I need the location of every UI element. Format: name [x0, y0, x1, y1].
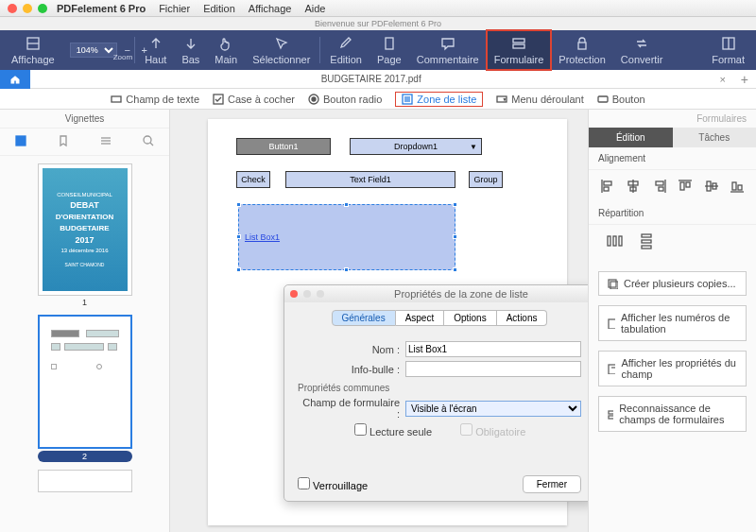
bookmarks-tab-icon[interactable] — [57, 134, 70, 149]
toolbar-commentaire[interactable]: Commentaire — [409, 30, 487, 70]
svg-rect-5 — [578, 43, 586, 49]
svg-rect-41 — [732, 182, 736, 190]
home-tab[interactable] — [0, 70, 30, 89]
svg-rect-49 — [609, 280, 616, 287]
svg-rect-35 — [680, 182, 684, 190]
thumbnail-2[interactable]: 2 — [38, 315, 132, 462]
document-canvas[interactable]: Button1 Dropdown1 Check Text Field1 Grou… — [170, 110, 588, 532]
readonly-checkbox[interactable] — [354, 423, 367, 436]
pdf-page: Button1 Dropdown1 Check Text Field1 Grou… — [208, 119, 567, 525]
tooltip-label: Info-bulle : — [298, 364, 400, 375]
toolbar-haut[interactable]: Haut — [137, 30, 174, 70]
dialog-tab-generales[interactable]: Générales — [332, 310, 396, 326]
align-right-icon[interactable] — [651, 178, 668, 195]
dialog-tab-aspect[interactable]: Aspect — [396, 310, 445, 326]
form-tool-textfield[interactable]: Champ de texte — [111, 94, 199, 105]
menu-edition[interactable]: Edition — [203, 3, 235, 14]
menu-fichier[interactable]: Fichier — [159, 3, 190, 14]
align-center-v-icon[interactable] — [703, 178, 720, 195]
show-field-props-button[interactable]: Afficher les propriétés du champ — [598, 351, 747, 386]
name-input[interactable] — [405, 341, 581, 357]
toolbar-selectionner[interactable]: Sélectionner — [245, 30, 318, 70]
left-panel-tabs — [0, 129, 169, 156]
form-tool-button[interactable]: Bouton — [597, 94, 645, 105]
close-button[interactable]: Fermer — [523, 475, 581, 493]
align-left-icon[interactable] — [599, 178, 616, 195]
align-top-icon[interactable] — [677, 178, 694, 195]
toolbar-affichage[interactable]: Affichage — [4, 30, 62, 70]
align-center-h-icon[interactable] — [625, 178, 642, 195]
distribute-h-icon[interactable] — [606, 232, 623, 249]
thumbnails-tab-icon[interactable] — [14, 134, 27, 149]
search-tab-icon[interactable] — [142, 134, 155, 149]
toolbar-bas[interactable]: Bas — [174, 30, 207, 70]
svg-rect-45 — [619, 236, 622, 246]
svg-rect-50 — [610, 282, 618, 289]
distribute-v-icon[interactable] — [638, 232, 655, 249]
svg-rect-43 — [608, 236, 610, 246]
right-panel-title: Formulaires — [589, 110, 756, 128]
toolbar-edition[interactable]: Edition — [322, 30, 369, 70]
close-tab-button[interactable]: × — [712, 74, 732, 85]
thumbnail-1[interactable]: CONSEILMUNICIPAL DEBAT D'ORIENTATION BUD… — [38, 163, 132, 307]
formfield-select[interactable]: Visible à l'écran — [405, 401, 581, 417]
dialog-close-icon[interactable] — [290, 290, 298, 298]
dialog-titlebar[interactable]: Propriétés de la zone de liste — [284, 285, 588, 302]
svg-rect-33 — [659, 187, 663, 191]
thumbnail-3[interactable] — [38, 470, 132, 492]
main-content: Vignettes CONSEILMUNICIPAL DEBAT D'ORIEN… — [0, 110, 756, 532]
form-field-listbox[interactable]: List Box1 — [238, 204, 455, 270]
svg-rect-26 — [604, 181, 611, 185]
tab-taches[interactable]: Tâches — [673, 128, 757, 147]
show-tab-numbers-button[interactable]: Afficher les numéros de tabulation — [598, 305, 747, 341]
tab-edition[interactable]: Édition — [589, 128, 673, 147]
toolbar-main[interactable]: Main — [207, 30, 245, 70]
svg-rect-55 — [609, 416, 613, 419]
alignment-section-label: Alignement — [589, 147, 756, 170]
window-titlebar: PDFelement 6 Pro Fichier Edition Afficha… — [0, 0, 756, 17]
create-copies-button[interactable]: Créer plusieurs copies... — [598, 271, 747, 296]
tooltip-input[interactable] — [405, 361, 581, 377]
dialog-tab-actions[interactable]: Actions — [497, 310, 548, 326]
dialog-tab-options[interactable]: Options — [444, 310, 496, 326]
toolbar-format[interactable]: Format — [704, 30, 752, 70]
dialog-title: Propriétés de la zone de liste — [334, 288, 588, 300]
svg-rect-3 — [513, 39, 524, 43]
form-tool-checkbox[interactable]: Case à cocher — [213, 94, 295, 105]
document-tab-title[interactable]: BUDGETAIRE 2017.pdf — [30, 74, 712, 84]
form-field-group[interactable]: Group — [469, 171, 503, 188]
required-checkbox — [460, 423, 472, 436]
form-field-dropdown[interactable]: Dropdown1 — [350, 138, 482, 155]
svg-rect-44 — [613, 236, 616, 246]
form-field-textfield[interactable]: Text Field1 — [285, 171, 455, 188]
required-label: Obligatoire — [475, 426, 525, 438]
document-tabbar: BUDGETAIRE 2017.pdf × + — [0, 70, 756, 89]
thumbnails-list[interactable]: CONSEILMUNICIPAL DEBAT D'ORIENTATION BUD… — [0, 156, 169, 532]
form-tools-bar: Champ de texte Case à cocher Bouton radi… — [0, 89, 756, 110]
toolbar-formulaire[interactable]: Formulaire — [487, 30, 552, 70]
menu-aide[interactable]: Aide — [304, 3, 325, 14]
toolbar-protection[interactable]: Protection — [551, 30, 613, 70]
lock-checkbox[interactable] — [298, 477, 310, 489]
new-tab-button[interactable]: + — [733, 72, 756, 87]
zoom-select[interactable]: 104% — [70, 43, 117, 58]
form-field-button[interactable]: Button1 — [236, 138, 331, 155]
lock-label: Verrouillage — [313, 480, 368, 491]
dialog-tabs: Générales Aspect Options Actions — [284, 310, 588, 326]
svg-rect-42 — [738, 185, 742, 190]
window-subtitle: Bienvenue sur PDFelement 6 Pro — [0, 17, 756, 30]
toolbar-page[interactable]: Page — [369, 30, 409, 70]
outline-tab-icon[interactable] — [99, 134, 112, 149]
svg-rect-2 — [386, 38, 393, 49]
form-tool-dropdown[interactable]: Menu déroulant — [496, 94, 583, 105]
form-tool-listbox[interactable]: Zone de liste — [395, 92, 483, 107]
zoom-window-icon[interactable] — [38, 4, 47, 13]
close-window-icon[interactable] — [8, 4, 17, 13]
form-recognition-button[interactable]: Reconnaissance de champs de formulaires — [598, 396, 747, 432]
menu-affichage[interactable]: Affichage — [249, 3, 292, 14]
toolbar-convertir[interactable]: Convertir — [613, 30, 671, 70]
form-tool-radio[interactable]: Bouton radio — [308, 94, 382, 105]
align-bottom-icon[interactable] — [729, 178, 746, 195]
form-field-checkbox[interactable]: Check — [236, 171, 270, 188]
minimize-window-icon[interactable] — [23, 4, 32, 13]
